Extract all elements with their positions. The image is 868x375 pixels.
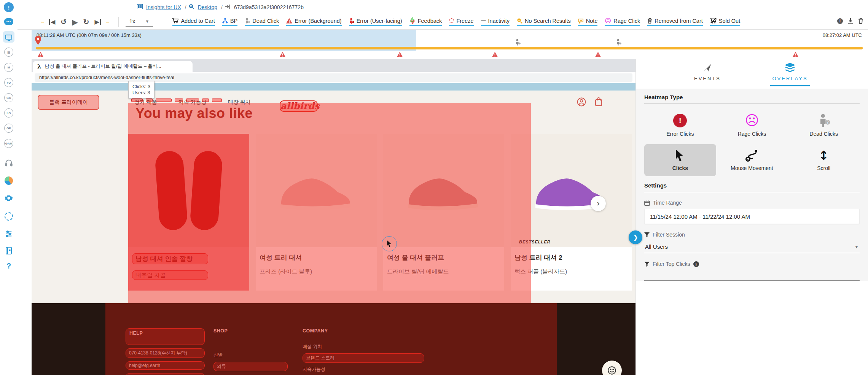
error-marker-icon[interactable]: [492, 52, 498, 59]
product-card[interactable]: BESTSELLER 남성 트리 대셔 2 럭스 퍼플 (블리자드): [511, 134, 632, 291]
promo-button[interactable]: 블랙 프라이데이: [38, 95, 99, 110]
app-badge-gam-icon[interactable]: GAM: [3, 138, 14, 149]
filter-top-clicks-area[interactable]: [644, 267, 860, 281]
info-icon[interactable]: i: [693, 261, 699, 267]
dashed-circle-icon[interactable]: [3, 211, 14, 222]
replay-toolbar: – ◀ ↺ ▶ ↻ ▶ – 1x ▼ Added to Cart BP Dead…: [18, 14, 868, 30]
url-field[interactable]: https://allbirds.co.kr/products/mens-woo…: [35, 73, 632, 82]
breadcrumb-link-desktop[interactable]: Desktop: [198, 4, 217, 10]
clicks-cursor-icon: [675, 149, 685, 162]
user-marker-icon[interactable]: [616, 39, 621, 47]
browser-url-bar: https://allbirds.co.kr/products/mens-woo…: [32, 72, 635, 83]
footer-link-phone[interactable]: 070-4138-0128(수신자 부담): [126, 348, 205, 358]
trash-icon: [647, 18, 652, 24]
session-replay-icon[interactable]: [3, 31, 14, 43]
tab-overlays[interactable]: OVERLAYS: [770, 63, 810, 89]
site-nav: 블랙 프라이데이 정가 제품 지속 가능성 매장 위치 allbirds: [32, 91, 635, 114]
session-timeline[interactable]: 08:11:28 AM UTC (00h 07m 09s / 00h 15m 3…: [18, 30, 868, 59]
columns-icon: [137, 4, 143, 10]
footer-link-stores[interactable]: 매장 위치: [303, 344, 322, 349]
time-range-input[interactable]: 11/15/24 12:00 AM - 11/22/24 12:00 AM: [644, 209, 860, 224]
chip-added-to-cart[interactable]: Added to Cart: [172, 18, 215, 26]
skip-forward-button[interactable]: ▶: [94, 19, 100, 25]
product-info: 여성 울 대셔 플러프 트라이브 틸/딥 에메랄드: [383, 247, 504, 291]
chip-rage-click[interactable]: ☹ Rage Click: [605, 18, 640, 26]
play-button[interactable]: ▶: [72, 18, 78, 26]
chip-note[interactable]: Note: [578, 18, 598, 26]
globe-icon[interactable]: [3, 175, 14, 186]
user-marker-icon[interactable]: [515, 39, 521, 47]
breadcrumb-separator: /: [221, 4, 223, 10]
allbirds-logo[interactable]: allbirds: [280, 100, 318, 112]
chip-dead-click[interactable]: Dead Click: [245, 18, 279, 26]
footer-link-shoes[interactable]: 신발: [213, 352, 223, 358]
sliders-icon[interactable]: [3, 228, 14, 240]
type-error-clicks[interactable]: ! Error Clicks: [644, 109, 716, 141]
error-marker-icon[interactable]: [397, 52, 403, 59]
cart-bag-icon[interactable]: [594, 97, 603, 106]
app-badge-gc-icon[interactable]: GC: [3, 92, 14, 103]
app-badge-fu-icon[interactable]: FU: [3, 77, 14, 88]
marker-dash: –: [41, 19, 44, 25]
footer-help-box[interactable]: HELP: [126, 328, 205, 345]
chip-bp[interactable]: BP: [222, 18, 237, 26]
chip-sold-out[interactable]: Sold Out: [710, 18, 740, 26]
timeline-activity-bar[interactable]: [36, 47, 863, 49]
replay-back-button[interactable]: ↺: [61, 18, 67, 25]
replay-forward-button[interactable]: ↻: [83, 18, 89, 25]
type-scroll[interactable]: ↕ Scroll: [788, 144, 860, 176]
journal-book-icon[interactable]: [3, 245, 14, 256]
panel-collapse-button[interactable]: ❯: [629, 230, 642, 244]
help-icon[interactable]: ?: [3, 260, 14, 272]
type-dead-clicks[interactable]: ? Dead Clicks: [788, 109, 860, 141]
app-badge-lo-icon[interactable]: LO: [3, 107, 14, 119]
chip-error-user-facing[interactable]: Error (User-facing): [349, 18, 402, 26]
chip-inactivity[interactable]: Inactivity: [481, 18, 510, 26]
playback-speed-select[interactable]: 1x ▼: [126, 17, 153, 27]
account-icon[interactable]: [577, 97, 586, 106]
browser-tab[interactable]: λ 남성 울 대셔 플러프 - 트라이브 틸/딥 에메랄드 – 올버...: [33, 61, 193, 72]
product-card[interactable]: 여성 트리 대셔 프리즈 (라이트 블루): [256, 134, 377, 291]
dead-clicks-icon: ?: [817, 114, 830, 127]
chip-no-search-results[interactable]: No Search Results: [517, 18, 571, 26]
chip-error-background[interactable]: Error (Background): [286, 18, 341, 26]
download-icon[interactable]: [847, 18, 854, 24]
app-badge-m-icon[interactable]: M: [3, 62, 14, 73]
type-rage-clicks[interactable]: ☹ Rage Clicks: [716, 109, 788, 141]
nav-link-stores[interactable]: 매장 위치: [228, 99, 251, 106]
product-card[interactable]: 남성 대셔 인솔 깔창 내추럴 차콜: [128, 134, 249, 291]
playhead-pin-icon[interactable]: [35, 36, 41, 47]
footer-link-sustainability[interactable]: 지속가능성: [303, 367, 325, 372]
footer-link-email[interactable]: help@efg.earth: [126, 361, 205, 370]
error-marker-icon[interactable]: [280, 52, 285, 59]
error-marker-icon[interactable]: [793, 52, 798, 59]
chip-feedback[interactable]: Feedback: [409, 17, 442, 26]
error-marker-icon[interactable]: [38, 52, 43, 59]
site-announcement-bar[interactable]: [32, 83, 635, 91]
settings-gear-icon[interactable]: [3, 192, 14, 204]
grid-app-icon[interactable]: ▦: [3, 46, 14, 58]
carousel-next-button[interactable]: ›: [591, 196, 606, 211]
error-marker-icon[interactable]: [595, 52, 601, 59]
delete-icon[interactable]: [858, 18, 863, 24]
footer-link-apparel[interactable]: 의류: [213, 362, 288, 371]
skip-back-button[interactable]: ◀: [49, 19, 55, 25]
alert-badge-icon[interactable]: !: [4, 2, 14, 12]
product-card[interactable]: 여성 울 대셔 플러프 트라이브 틸/딥 에메랄드: [383, 134, 504, 291]
chip-freeze[interactable]: Freeze: [449, 18, 473, 26]
footer-link-returns[interactable]: 교환/반품: [126, 373, 205, 375]
filter-session-select[interactable]: All Users ▼: [644, 240, 860, 253]
toolbar-right-actions: i: [837, 18, 863, 24]
type-mouse-movement[interactable]: Mouse Movement: [716, 144, 788, 176]
info-icon[interactable]: i: [837, 18, 843, 24]
app-badge-gp-icon[interactable]: GP: [3, 122, 14, 134]
tab-events[interactable]: EVENTS: [694, 63, 721, 89]
footer-link-brand-story[interactable]: 브랜드 스토리: [303, 353, 424, 363]
timeline-end-time: 08:27:02 AM UTC: [823, 32, 862, 38]
chip-removed-from-cart[interactable]: Removed from Cart: [647, 18, 703, 26]
support-headset-icon[interactable]: [3, 157, 14, 169]
chat-bubble-icon[interactable]: •••: [3, 16, 14, 27]
breadcrumb-link-insights[interactable]: Insights for UX: [146, 4, 181, 10]
type-clicks-selected[interactable]: Clicks: [644, 144, 716, 176]
tab-title: 남성 울 대셔 플러프 - 트라이브 틸/딥 에메랄드 – 올버...: [45, 63, 161, 70]
